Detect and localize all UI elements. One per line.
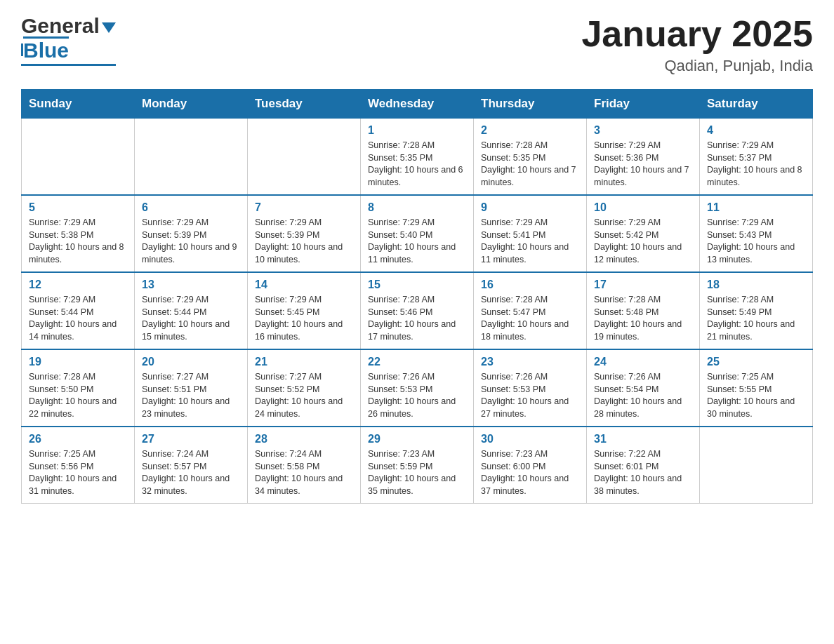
day-number: 11 xyxy=(707,201,805,214)
calendar-cell: 31Sunrise: 7:22 AM Sunset: 6:01 PM Dayli… xyxy=(587,427,700,504)
calendar-cell: 20Sunrise: 7:27 AM Sunset: 5:51 PM Dayli… xyxy=(135,349,248,427)
month-title: January 2025 xyxy=(581,14,813,54)
day-number: 13 xyxy=(142,279,240,291)
day-number: 22 xyxy=(368,356,466,368)
calendar-cell: 15Sunrise: 7:28 AM Sunset: 5:46 PM Dayli… xyxy=(361,272,474,349)
calendar-cell: 19Sunrise: 7:28 AM Sunset: 5:50 PM Dayli… xyxy=(22,349,135,427)
calendar-cell: 13Sunrise: 7:29 AM Sunset: 5:44 PM Dayli… xyxy=(135,272,248,349)
page-header: General Blue January 2025 Qadian, Punjab… xyxy=(21,14,813,75)
day-info: Sunrise: 7:25 AM Sunset: 5:56 PM Dayligh… xyxy=(29,448,127,497)
calendar-cell: 23Sunrise: 7:26 AM Sunset: 5:53 PM Dayli… xyxy=(474,349,587,427)
day-of-week-header: Tuesday xyxy=(248,90,361,119)
day-info: Sunrise: 7:27 AM Sunset: 5:52 PM Dayligh… xyxy=(255,371,353,420)
day-number: 20 xyxy=(142,356,240,368)
day-number: 3 xyxy=(594,124,692,137)
calendar-cell xyxy=(22,119,135,196)
day-info: Sunrise: 7:28 AM Sunset: 5:35 PM Dayligh… xyxy=(481,140,579,189)
day-info: Sunrise: 7:29 AM Sunset: 5:44 PM Dayligh… xyxy=(29,294,127,343)
day-number: 8 xyxy=(368,201,466,214)
day-info: Sunrise: 7:26 AM Sunset: 5:53 PM Dayligh… xyxy=(368,371,466,420)
calendar-cell: 25Sunrise: 7:25 AM Sunset: 5:55 PM Dayli… xyxy=(700,349,813,427)
calendar-cell: 29Sunrise: 7:23 AM Sunset: 5:59 PM Dayli… xyxy=(361,427,474,504)
day-info: Sunrise: 7:28 AM Sunset: 5:48 PM Dayligh… xyxy=(594,294,692,343)
day-number: 7 xyxy=(255,201,353,214)
title-block: January 2025 Qadian, Punjab, India xyxy=(581,14,813,75)
day-info: Sunrise: 7:29 AM Sunset: 5:37 PM Dayligh… xyxy=(707,140,805,189)
calendar-cell: 8Sunrise: 7:29 AM Sunset: 5:40 PM Daylig… xyxy=(361,195,474,272)
day-number: 4 xyxy=(707,124,805,137)
calendar-cell: 1Sunrise: 7:28 AM Sunset: 5:35 PM Daylig… xyxy=(361,119,474,196)
calendar-cell: 9Sunrise: 7:29 AM Sunset: 5:41 PM Daylig… xyxy=(474,195,587,272)
day-number: 2 xyxy=(481,124,579,137)
calendar-week-row: 5Sunrise: 7:29 AM Sunset: 5:38 PM Daylig… xyxy=(22,195,813,272)
calendar-week-row: 12Sunrise: 7:29 AM Sunset: 5:44 PM Dayli… xyxy=(22,272,813,349)
day-number: 25 xyxy=(707,356,805,368)
day-of-week-header: Sunday xyxy=(22,90,135,119)
calendar-cell: 4Sunrise: 7:29 AM Sunset: 5:37 PM Daylig… xyxy=(700,119,813,196)
day-info: Sunrise: 7:29 AM Sunset: 5:45 PM Dayligh… xyxy=(255,294,353,343)
day-number: 19 xyxy=(29,356,127,368)
calendar-cell: 3Sunrise: 7:29 AM Sunset: 5:36 PM Daylig… xyxy=(587,119,700,196)
logo-general-text: General xyxy=(21,14,100,38)
day-number: 29 xyxy=(368,433,466,445)
calendar-cell: 28Sunrise: 7:24 AM Sunset: 5:58 PM Dayli… xyxy=(248,427,361,504)
calendar-cell: 14Sunrise: 7:29 AM Sunset: 5:45 PM Dayli… xyxy=(248,272,361,349)
day-info: Sunrise: 7:29 AM Sunset: 5:43 PM Dayligh… xyxy=(707,217,805,266)
day-info: Sunrise: 7:28 AM Sunset: 5:46 PM Dayligh… xyxy=(368,294,466,343)
calendar-cell: 18Sunrise: 7:28 AM Sunset: 5:49 PM Dayli… xyxy=(700,272,813,349)
day-of-week-header: Saturday xyxy=(700,90,813,119)
day-number: 6 xyxy=(142,201,240,214)
day-info: Sunrise: 7:29 AM Sunset: 5:42 PM Dayligh… xyxy=(594,217,692,266)
day-of-week-header: Friday xyxy=(587,90,700,119)
day-number: 28 xyxy=(255,433,353,445)
day-number: 16 xyxy=(481,279,579,291)
calendar-cell: 5Sunrise: 7:29 AM Sunset: 5:38 PM Daylig… xyxy=(22,195,135,272)
day-info: Sunrise: 7:28 AM Sunset: 5:50 PM Dayligh… xyxy=(29,371,127,420)
calendar-cell: 21Sunrise: 7:27 AM Sunset: 5:52 PM Dayli… xyxy=(248,349,361,427)
day-info: Sunrise: 7:28 AM Sunset: 5:49 PM Dayligh… xyxy=(707,294,805,343)
day-number: 1 xyxy=(368,124,466,137)
day-of-week-header: Thursday xyxy=(474,90,587,119)
logo-blue-text: Blue xyxy=(23,36,69,62)
day-number: 10 xyxy=(594,201,692,214)
logo-triangle-icon xyxy=(102,22,116,33)
calendar-cell: 12Sunrise: 7:29 AM Sunset: 5:44 PM Dayli… xyxy=(22,272,135,349)
calendar-week-row: 1Sunrise: 7:28 AM Sunset: 5:35 PM Daylig… xyxy=(22,119,813,196)
calendar-cell: 26Sunrise: 7:25 AM Sunset: 5:56 PM Dayli… xyxy=(22,427,135,504)
calendar-cell: 10Sunrise: 7:29 AM Sunset: 5:42 PM Dayli… xyxy=(587,195,700,272)
day-number: 18 xyxy=(707,279,805,291)
day-info: Sunrise: 7:27 AM Sunset: 5:51 PM Dayligh… xyxy=(142,371,240,420)
calendar-cell xyxy=(135,119,248,196)
calendar-week-row: 19Sunrise: 7:28 AM Sunset: 5:50 PM Dayli… xyxy=(22,349,813,427)
day-info: Sunrise: 7:24 AM Sunset: 5:58 PM Dayligh… xyxy=(255,448,353,497)
calendar-cell xyxy=(700,427,813,504)
day-info: Sunrise: 7:29 AM Sunset: 5:41 PM Dayligh… xyxy=(481,217,579,266)
calendar-week-row: 26Sunrise: 7:25 AM Sunset: 5:56 PM Dayli… xyxy=(22,427,813,504)
calendar-cell: 27Sunrise: 7:24 AM Sunset: 5:57 PM Dayli… xyxy=(135,427,248,504)
day-info: Sunrise: 7:24 AM Sunset: 5:57 PM Dayligh… xyxy=(142,448,240,497)
day-info: Sunrise: 7:29 AM Sunset: 5:36 PM Dayligh… xyxy=(594,140,692,189)
day-number: 31 xyxy=(594,433,692,445)
day-info: Sunrise: 7:29 AM Sunset: 5:44 PM Dayligh… xyxy=(142,294,240,343)
day-of-week-header: Wednesday xyxy=(361,90,474,119)
calendar-cell: 7Sunrise: 7:29 AM Sunset: 5:39 PM Daylig… xyxy=(248,195,361,272)
calendar-header-row: SundayMondayTuesdayWednesdayThursdayFrid… xyxy=(22,90,813,119)
calendar-cell: 24Sunrise: 7:26 AM Sunset: 5:54 PM Dayli… xyxy=(587,349,700,427)
calendar-cell: 6Sunrise: 7:29 AM Sunset: 5:39 PM Daylig… xyxy=(135,195,248,272)
day-info: Sunrise: 7:22 AM Sunset: 6:01 PM Dayligh… xyxy=(594,448,692,497)
calendar-cell: 17Sunrise: 7:28 AM Sunset: 5:48 PM Dayli… xyxy=(587,272,700,349)
day-number: 23 xyxy=(481,356,579,368)
logo: General Blue xyxy=(21,14,116,66)
calendar-cell: 11Sunrise: 7:29 AM Sunset: 5:43 PM Dayli… xyxy=(700,195,813,272)
calendar-table: SundayMondayTuesdayWednesdayThursdayFrid… xyxy=(21,89,813,504)
day-number: 21 xyxy=(255,356,353,368)
day-number: 15 xyxy=(368,279,466,291)
calendar-cell: 2Sunrise: 7:28 AM Sunset: 5:35 PM Daylig… xyxy=(474,119,587,196)
day-info: Sunrise: 7:28 AM Sunset: 5:35 PM Dayligh… xyxy=(368,140,466,189)
day-of-week-header: Monday xyxy=(135,90,248,119)
day-info: Sunrise: 7:23 AM Sunset: 5:59 PM Dayligh… xyxy=(368,448,466,497)
day-info: Sunrise: 7:23 AM Sunset: 6:00 PM Dayligh… xyxy=(481,448,579,497)
location: Qadian, Punjab, India xyxy=(581,57,813,75)
day-info: Sunrise: 7:28 AM Sunset: 5:47 PM Dayligh… xyxy=(481,294,579,343)
day-number: 24 xyxy=(594,356,692,368)
